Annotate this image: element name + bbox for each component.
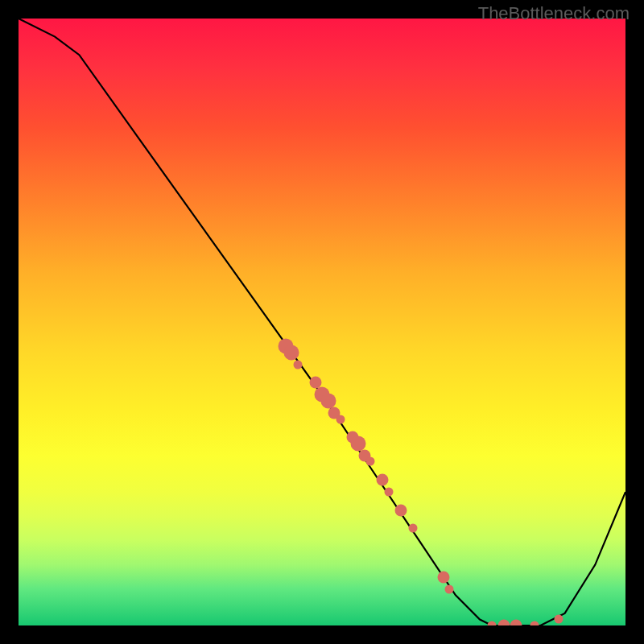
chart-point bbox=[530, 621, 539, 626]
chart-point bbox=[409, 524, 418, 533]
chart-point bbox=[377, 474, 389, 486]
chart-point bbox=[555, 615, 564, 624]
chart-point bbox=[437, 571, 449, 583]
chart-point bbox=[366, 457, 375, 466]
chart-point bbox=[284, 345, 299, 360]
chart-curve bbox=[19, 19, 625, 625]
chart-point bbox=[336, 415, 345, 423]
chart-point bbox=[395, 504, 407, 516]
chart-point bbox=[488, 621, 497, 626]
chart-point bbox=[445, 584, 454, 593]
chart-plot-area bbox=[19, 19, 625, 625]
watermark-text: TheBottleneck.com bbox=[478, 3, 630, 24]
chart-point bbox=[384, 488, 393, 497]
chart-point bbox=[293, 360, 302, 369]
